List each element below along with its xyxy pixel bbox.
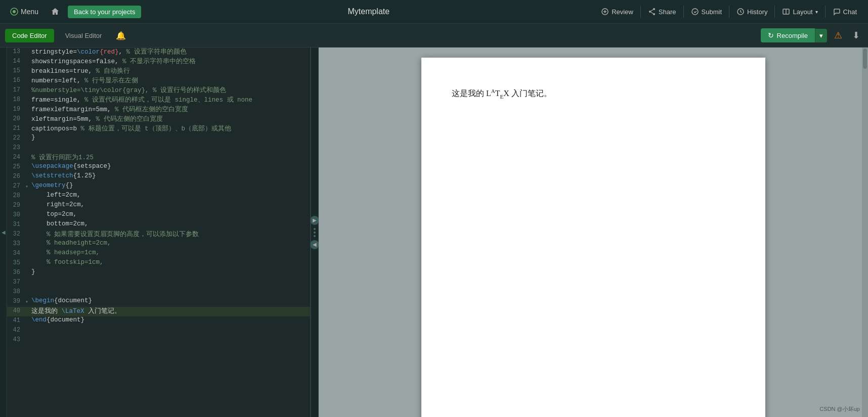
fold-arrow-icon[interactable]: [25, 192, 31, 193]
code-line[interactable]: 32 % 如果需要设置页眉页脚的高度，可以添加以下参数: [7, 230, 310, 240]
fold-arrow-icon[interactable]: [25, 316, 31, 318]
splitter-left-btn[interactable]: ◀: [310, 240, 319, 249]
fold-arrow-icon[interactable]: [25, 326, 31, 328]
code-line[interactable]: 36}: [7, 268, 310, 278]
line-number: 24: [11, 153, 25, 161]
code-line[interactable]: 42: [7, 326, 310, 336]
code-line[interactable]: 40这是我的 \LaTeX 入门笔记。: [7, 307, 310, 316]
fold-arrow-icon[interactable]: [25, 220, 31, 222]
fold-arrow-icon[interactable]: [25, 288, 31, 289]
back-button[interactable]: Back to your projects: [68, 6, 141, 18]
fold-arrow-icon[interactable]: [25, 201, 31, 203]
fold-arrow-icon[interactable]: [25, 307, 31, 308]
history-icon: [736, 8, 745, 16]
pdf-scrollbar-thumb[interactable]: [863, 49, 867, 69]
fold-arrow-icon[interactable]: [25, 211, 31, 212]
visual-editor-tab[interactable]: Visual Editor: [58, 29, 109, 42]
svg-point-1: [13, 10, 16, 13]
code-line[interactable]: 28 left=2cm,: [7, 192, 310, 201]
fold-arrow-icon[interactable]: [25, 76, 31, 78]
code-line[interactable]: 30 top=2cm,: [7, 211, 310, 220]
left-panel-toggle[interactable]: ◀: [0, 48, 7, 417]
code-line[interactable]: 16numbers=left, % 行号显示在左侧: [7, 76, 310, 86]
splitter-dot: [314, 235, 316, 237]
code-area[interactable]: 13stringstyle=\color{red}, % 设置字符串的颜色14s…: [7, 48, 310, 417]
code-line[interactable]: 17%numberstyle=\tiny\color{gray}, % 设置行号…: [7, 86, 310, 96]
share-button[interactable]: Share: [643, 5, 681, 18]
fold-arrow-icon[interactable]: [25, 153, 31, 155]
home-button[interactable]: [48, 5, 63, 18]
page-title: Mytemplate: [146, 7, 591, 16]
fold-arrow-icon[interactable]: [25, 48, 31, 49]
code-line[interactable]: 38: [7, 288, 310, 297]
fold-arrow-icon[interactable]: [25, 172, 31, 174]
code-line[interactable]: 41\end{document}: [7, 316, 310, 326]
fold-arrow-icon[interactable]: [25, 105, 31, 107]
fold-arrow-icon[interactable]: [25, 96, 31, 97]
code-line[interactable]: 27▾\geometry{}: [7, 182, 310, 192]
menu-button[interactable]: Menu: [6, 6, 42, 18]
fold-arrow-icon[interactable]: [25, 249, 31, 251]
fold-arrow-icon[interactable]: [25, 86, 31, 87]
line-code: numbers=left, % 行号显示在左侧: [31, 76, 138, 85]
pdf-page: 这是我的 LATEX 入门笔记。: [421, 58, 765, 417]
svg-point-5: [653, 13, 655, 15]
pdf-preview: 这是我的 LATEX 入门笔记。 CSDN @小坏up: [319, 48, 868, 417]
history-button[interactable]: History: [731, 5, 772, 18]
chat-button[interactable]: Chat: [828, 5, 862, 18]
line-number: 34: [11, 249, 25, 257]
code-line[interactable]: 25\usepackage{setspace}: [7, 163, 310, 172]
fold-arrow-icon[interactable]: [25, 124, 31, 126]
code-editor-tab[interactable]: Code Editor: [5, 29, 54, 42]
fold-arrow-icon[interactable]: [25, 163, 31, 164]
fold-arrow-icon[interactable]: ▾: [25, 297, 31, 305]
recompile-spin-icon: ↻: [768, 31, 774, 39]
warning-icon-button[interactable]: ⚠: [831, 28, 845, 43]
code-line[interactable]: 20xleftmargin=5mm, % 代码左侧的空白宽度: [7, 115, 310, 124]
code-line[interactable]: 43: [7, 336, 310, 345]
code-line[interactable]: 24% 设置行间距为1.25: [7, 153, 310, 163]
pdf-scrollbar[interactable]: [862, 48, 868, 417]
code-line[interactable]: 26\setstretch{1.25}: [7, 172, 310, 182]
code-line[interactable]: 23: [7, 144, 310, 153]
vertical-splitter[interactable]: ▶ ◀: [311, 48, 319, 417]
fold-arrow-icon[interactable]: [25, 144, 31, 145]
splitter-right-btn[interactable]: ▶: [310, 216, 319, 225]
fold-arrow-icon[interactable]: [25, 134, 31, 135]
line-number: 13: [11, 48, 25, 55]
fold-arrow-icon[interactable]: [25, 259, 31, 260]
code-line[interactable]: 19framexleftmargin=5mm, % 代码框左侧的空白宽度: [7, 105, 310, 115]
code-line[interactable]: 33 % headheight=2cm,: [7, 240, 310, 249]
download-icon-button[interactable]: ⬇: [849, 28, 863, 43]
recompile-button[interactable]: ↻ Recompile: [761, 28, 815, 42]
fold-arrow-icon[interactable]: [25, 230, 31, 231]
recompile-dropdown-button[interactable]: ▾: [815, 29, 827, 42]
line-code: % 设置行间距为1.25: [31, 153, 94, 162]
review-button[interactable]: Review: [596, 5, 638, 18]
code-line[interactable]: 15breaklines=true, % 自动换行: [7, 67, 310, 76]
fold-arrow-icon[interactable]: [25, 278, 31, 280]
layout-button[interactable]: Layout ▾: [777, 5, 822, 18]
fold-arrow-icon[interactable]: [25, 240, 31, 241]
code-line[interactable]: 21captionpos=b % 标题位置，可以是 t（顶部）、b（底部）或其他: [7, 124, 310, 134]
code-line[interactable]: 37: [7, 278, 310, 288]
fold-arrow-icon[interactable]: [25, 57, 31, 59]
code-line[interactable]: 22}: [7, 134, 310, 144]
fold-arrow-icon[interactable]: [25, 336, 31, 337]
fold-arrow-icon[interactable]: [25, 268, 31, 270]
fold-arrow-icon[interactable]: [25, 67, 31, 68]
submit-button[interactable]: Submit: [686, 5, 727, 18]
code-line[interactable]: 34 % headsep=1cm,: [7, 249, 310, 259]
code-line[interactable]: 14showstringspaces=false, % 不显示字符串中的空格: [7, 57, 310, 67]
code-line[interactable]: 18frame=single, % 设置代码框的样式，可以是 single、li…: [7, 96, 310, 105]
code-line[interactable]: 29 right=2cm,: [7, 201, 310, 211]
fold-arrow-icon[interactable]: [25, 115, 31, 116]
code-line[interactable]: 35 % footskip=1cm,: [7, 259, 310, 268]
code-line[interactable]: 39▾\begin{document}: [7, 297, 310, 307]
code-line[interactable]: 31 bottom=2cm,: [7, 220, 310, 230]
code-line[interactable]: 13stringstyle=\color{red}, % 设置字符串的颜色: [7, 48, 310, 57]
fold-arrow-icon[interactable]: ▾: [25, 182, 31, 190]
nav-actions: Review Share Submit History: [596, 5, 862, 18]
notification-icon[interactable]: 🔔: [113, 29, 129, 42]
line-number: 29: [11, 201, 25, 209]
